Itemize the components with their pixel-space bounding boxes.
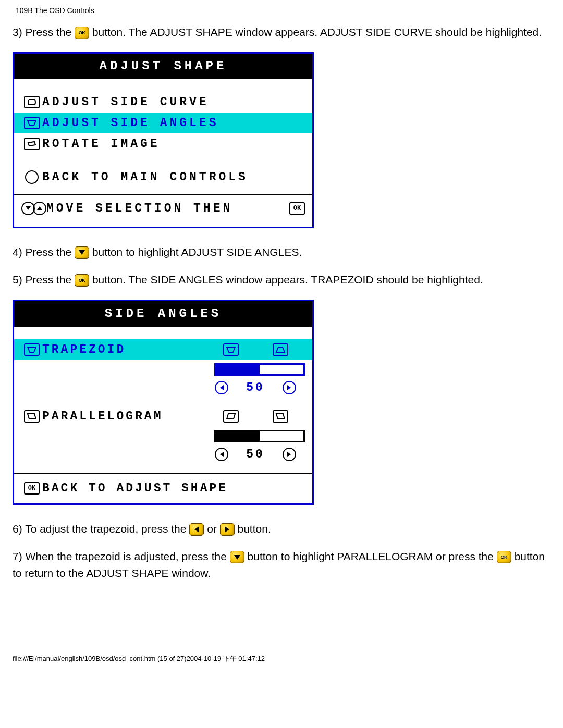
ok-button-icon: OK (497, 551, 511, 563)
step3-text-b: button. The ADJUST SHAPE window appears.… (92, 26, 542, 38)
trap-wide-top-icon (273, 343, 288, 356)
ok-button-icon: OK (75, 27, 89, 39)
osd-side-angles: SIDE ANGLES TRAPEZOID 50 (13, 300, 314, 505)
osd1-item-side-curve[interactable]: ADJUST SIDE CURVE (14, 92, 312, 113)
osd2-trapezoid-label: TRAPEZOID (42, 343, 206, 356)
page-header: 109B The OSD Controls (16, 6, 550, 15)
osd1-footer: MOVE SELECTION THEN OK (14, 195, 312, 223)
step4-text-a: 4) Press the (13, 246, 75, 258)
right-button-icon (220, 523, 235, 536)
down-button-icon (75, 246, 89, 259)
osd2-title: SIDE ANGLES (14, 301, 312, 327)
side-curve-icon (24, 96, 40, 108)
para-right-icon (273, 410, 288, 423)
osd2-para-label: PARALLELOGRAM (42, 410, 206, 423)
step-7: 7) When the trapezoid is adjusted, press… (13, 548, 550, 581)
step-5: 5) Press the OK button. The SIDE ANGLES … (13, 272, 550, 288)
back-icon (25, 170, 39, 184)
ok-icon: OK (24, 482, 40, 495)
trapezoid-value: 50 (246, 381, 265, 394)
parallelogram-bar (14, 427, 312, 443)
rotate-icon (24, 138, 40, 150)
side-angles-icon (24, 117, 40, 129)
osd2-footer[interactable]: OK BACK TO ADJUST SHAPE (14, 473, 312, 503)
step6-text-mid: or (207, 523, 220, 535)
trap-narrow-top-icon (223, 343, 239, 356)
page: 109B The OSD Controls 3) Press the OK bu… (0, 0, 563, 684)
left-arrow-icon[interactable] (215, 381, 228, 394)
step5-text-a: 5) Press the (13, 274, 75, 286)
down-button-icon (230, 551, 244, 563)
osd1-footer-label: MOVE SELECTION THEN (46, 202, 289, 215)
para-left-icon (223, 410, 239, 423)
osd2-back-label: BACK TO ADJUST SHAPE (42, 482, 228, 495)
trapezoid-bar (14, 360, 312, 377)
step7-text-b: button to highlight PARALLELOGRAM or pre… (248, 550, 497, 562)
step5-text-b: button. The SIDE ANGLES window appears. … (92, 274, 483, 286)
step4-text-b: button to highlight ADJUST SIDE ANGLES. (92, 246, 302, 258)
osd-adjust-shape: ADJUST SHAPE ADJUST SIDE CURVE ADJUST SI… (13, 52, 314, 228)
step3-text-a: 3) Press the (13, 26, 75, 38)
osd2-item-trapezoid[interactable]: TRAPEZOID (14, 339, 312, 360)
parallelogram-value-row: 50 (14, 443, 312, 473)
osd1-back-label: BACK TO MAIN CONTROLS (42, 170, 305, 184)
trapezoid-icon (24, 343, 40, 356)
footer-path: file:///E|/manual/english/109B/osd/osd_c… (13, 654, 550, 663)
osd2-item-parallelogram[interactable]: PARALLELOGRAM (14, 406, 312, 427)
osd1-item-rotate[interactable]: ROTATE IMAGE (14, 133, 312, 154)
left-button-icon (189, 523, 204, 536)
osd1-item-side-angles[interactable]: ADJUST SIDE ANGLES (14, 113, 312, 133)
step7-text-a: 7) When the trapezoid is adjusted, press… (13, 550, 230, 562)
osd1-item-label: ADJUST SIDE ANGLES (42, 116, 305, 130)
osd1-item-back[interactable]: BACK TO MAIN CONTROLS (14, 167, 312, 188)
parallelogram-value: 50 (246, 448, 265, 461)
parallelogram-icon (24, 410, 40, 423)
right-arrow-icon[interactable] (283, 448, 296, 461)
ok-icon: OK (289, 202, 305, 215)
step6-text-b: button. (238, 523, 271, 535)
right-arrow-icon[interactable] (283, 381, 296, 394)
step-4: 4) Press the button to highlight ADJUST … (13, 244, 550, 261)
step6-text-a: 6) To adjust the trapezoid, press the (13, 523, 189, 535)
trapezoid-value-row: 50 (14, 377, 312, 406)
left-arrow-icon[interactable] (215, 448, 228, 461)
osd1-item-label: ADJUST SIDE CURVE (42, 95, 305, 109)
step-3: 3) Press the OK button. The ADJUST SHAPE… (13, 24, 550, 41)
up-down-icon (21, 202, 46, 215)
step-6: 6) To adjust the trapezoid, press the or… (13, 521, 550, 537)
ok-button-icon: OK (75, 274, 89, 287)
osd1-item-label: ROTATE IMAGE (42, 137, 305, 151)
osd1-title: ADJUST SHAPE (14, 54, 312, 79)
